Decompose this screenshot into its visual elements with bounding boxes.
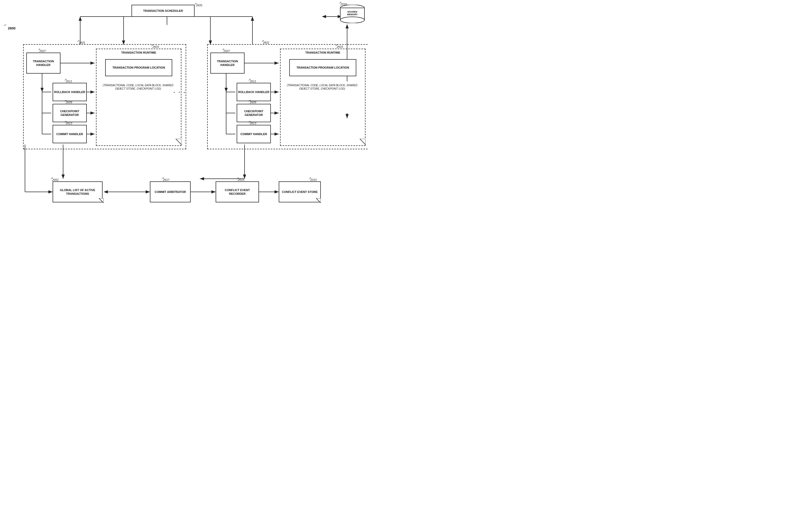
ca-tick: ↗ [161,177,164,180]
right-runtime-content: (TRANSACTIONAL CODE, LOCAL DATA BLOCK, S… [283,81,361,113]
scheduler-ref-tick: ↗ [194,2,196,5]
left-ch-ref: 2613 [66,122,72,125]
right-rt-tick: ↗ [335,44,337,47]
left-rollback-handler-box: ROLLBACK HANDLER [53,83,87,101]
left-runtime-label: TRANSACTION RUNTIME [121,51,156,54]
conflict-store-dogear-icon [316,198,321,203]
right-rollback-handler-box: ROLLBACK HANDLER [237,83,271,101]
global-list-box: GLOBAL LIST OF ACTIVE TRANSACTIONS [53,182,102,203]
shared-memory-tick: ↗ [339,1,341,4]
right-cluster-ref: 2601 [263,41,269,44]
right-rt-ref: 2603 [337,45,343,49]
ces-tick: ↗ [308,177,311,180]
shared-memory-ref: 2016 [340,3,347,6]
transaction-scheduler-box: TRANSACTION SCHEDULER [131,5,194,17]
left-cg-ref: 2609 [66,101,72,104]
page-label-curve: ↙ [4,23,6,26]
page-label: 2600 [8,26,16,30]
left-cluster-tick: ↗ [77,39,79,43]
right-th-tick: ↗ [222,48,224,51]
right-transaction-handler-box: TRANSACTION HANDLER [210,53,245,74]
right-cg-ref: 2609 [250,101,256,104]
right-commit-handler-box: COMMIT HANDLER [237,125,271,143]
right-ch-ref: 2613 [250,122,256,125]
left-transaction-handler-box: TRANSACTION HANDLER [26,53,60,74]
scheduler-ref: 2605 [196,4,202,7]
left-dogear-icon [176,139,182,145]
left-runtime-content: (TRANSACTIONAL CODE, LOCAL DATA BLOCK, S… [99,81,177,113]
shared-memory-cylinder: SHAREDMEMORY [339,5,365,23]
right-ch-tick: ↗ [248,120,250,124]
ces-ref: 2010 [310,178,317,182]
left-ch-tick: ↗ [64,120,66,124]
right-runtime-label: TRANSACTION RUNTIME [305,51,340,54]
right-cg-tick: ↗ [248,99,250,102]
right-rh-tick: ↗ [248,78,250,81]
left-rh-tick: ↗ [64,78,66,81]
ca-ref: 2617 [163,178,169,182]
global-list-dogear-icon [99,198,104,203]
global-list-tick: ↗ [50,177,53,180]
right-rh-ref: 2611 [250,80,256,83]
left-th-tick: ↗ [38,48,40,51]
right-cluster-tick: ↗ [261,39,263,43]
left-rt-tick: ↗ [151,44,153,47]
svg-point-43 [340,17,364,23]
left-rt-ref: 2603 [152,45,159,49]
commit-arbitrator-box: COMMIT ARBITRATOR [150,182,191,203]
right-dogear-icon [360,139,365,145]
left-checkpoint-generator-box: CHECKPOINT GENERATOR [53,104,87,122]
global-list-ref: 2002 [52,178,58,182]
right-checkpoint-generator-box: CHECKPOINT GENERATOR [237,104,271,122]
left-cg-tick: ↗ [64,99,66,102]
dots-separator: · · · [173,89,186,95]
cer-tick: ↗ [236,177,239,180]
left-cluster-ref: 2601 [79,41,85,44]
left-rh-ref: 2611 [66,80,72,83]
diagram-container: 2600 ↙ TRANSACTION SCHEDULER 2605 ↗ SHAR… [0,0,368,242]
left-program-location-box: TRANSACTION PROGRAM LOCATION [105,59,172,76]
cer-ref: 2615 [238,178,244,182]
conflict-event-recorder-box: CONFLICT EVENT RECORDER [215,182,259,203]
left-th-ref: 2607 [39,50,46,53]
left-commit-handler-box: COMMIT HANDLER [53,125,87,143]
right-program-location-box: TRANSACTION PROGRAM LOCATION [289,59,356,76]
right-th-ref: 2607 [224,50,230,53]
conflict-event-store-box: CONFLICT EVENT STORE [279,182,321,203]
